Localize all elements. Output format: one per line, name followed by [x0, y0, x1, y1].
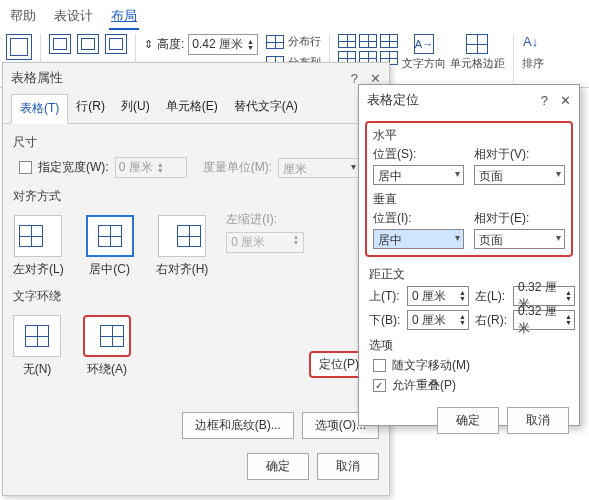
right-spinner[interactable]: 0.32 厘米▲▼ [513, 310, 575, 330]
position-s-label: 位置(S): [373, 146, 464, 163]
align-icon-1[interactable] [338, 34, 356, 48]
insert-icon-3[interactable] [105, 34, 127, 54]
tab-column[interactable]: 列(U) [113, 93, 158, 123]
ok-button[interactable]: 确定 [247, 453, 309, 480]
distribute-rows-button[interactable]: 分布行 [266, 34, 321, 49]
tab-table[interactable]: 表格(T) [11, 94, 68, 124]
dialog-tabs: 表格(T) 行(R) 列(U) 单元格(E) 替代文字(A) [3, 93, 389, 124]
ribbon-tab-help[interactable]: 帮助 [8, 4, 38, 30]
spec-width-spinner[interactable]: 0 厘米▲▼ [115, 157, 187, 178]
cell-margins-icon [466, 34, 488, 54]
insert-icon-1[interactable] [49, 34, 71, 54]
bottom-label: 下(B): [369, 312, 401, 329]
align-icon-3[interactable] [380, 34, 398, 48]
help-icon[interactable]: ? [351, 71, 358, 86]
wrap-none-option[interactable]: 无(N) [13, 315, 61, 378]
pos-ok-button[interactable]: 确定 [437, 407, 499, 434]
close-icon[interactable]: ✕ [560, 93, 571, 108]
right-label: 右(R): [475, 312, 507, 329]
tab-cell[interactable]: 单元格(E) [158, 93, 226, 123]
allow-overlap-label: 允许重叠(P) [392, 377, 456, 394]
text-direction-button[interactable]: A→ 文字方向 [402, 34, 446, 71]
help-icon[interactable]: ? [541, 93, 548, 108]
height-spinner[interactable]: 0.42 厘米 ▲▼ [188, 34, 258, 55]
align-left-option[interactable]: 左对齐(L) [13, 215, 64, 278]
left-indent-spinner: 0 厘米▲▼ [226, 232, 304, 253]
relative-e-select[interactable]: 页面 [474, 229, 565, 249]
move-with-text-checkbox[interactable] [373, 359, 386, 372]
horizontal-section-label: 水平 [373, 127, 565, 144]
align-right-option[interactable]: 右对齐(H) [156, 215, 209, 278]
left-label: 左(L): [475, 288, 507, 305]
left-indent-label: 左缩进(I): [226, 211, 304, 228]
ribbon-tabs: 帮助 表设计 布局 [0, 0, 589, 30]
sort-icon: A↓ [523, 34, 543, 54]
pos-dialog-title: 表格定位 [367, 91, 419, 109]
position-s-select[interactable]: 居中 [373, 165, 464, 185]
wrap-around-option[interactable]: 环绕(A) [83, 315, 131, 378]
position-i-select[interactable]: 居中 [373, 229, 464, 249]
ribbon-tab-table-design[interactable]: 表设计 [52, 4, 95, 30]
borders-button[interactable]: 边框和底纹(B)... [182, 412, 294, 439]
move-with-text-label: 随文字移动(M) [392, 357, 470, 374]
tab-row[interactable]: 行(R) [68, 93, 113, 123]
relative-v-select[interactable]: 页面 [474, 165, 565, 185]
grid-icon [6, 34, 32, 60]
table-positioning-dialog: 表格定位 ? ✕ 水平 位置(S): 居中 相对于(V): 页面 垂直 位置( [358, 84, 580, 426]
size-section-label: 尺寸 [13, 134, 379, 151]
vertical-section-label: 垂直 [373, 191, 565, 208]
align-icon-2[interactable] [359, 34, 377, 48]
dist-rows-icon [266, 35, 284, 49]
options-section-label: 选项 [369, 337, 569, 354]
text-direction-icon: A→ [414, 34, 434, 54]
align-section-label: 对齐方式 [13, 188, 379, 205]
relative-e-label: 相对于(E): [474, 210, 565, 227]
spec-width-label: 指定宽度(W): [38, 159, 109, 176]
measure-label: 度量单位(M): [203, 159, 272, 176]
table-properties-dialog: 表格属性 ? ✕ 表格(T) 行(R) 列(U) 单元格(E) 替代文字(A) … [2, 62, 390, 496]
top-label: 上(T): [369, 288, 401, 305]
spec-width-checkbox[interactable] [19, 161, 32, 174]
ribbon-btn-1[interactable] [6, 34, 32, 60]
pos-cancel-button[interactable]: 取消 [507, 407, 569, 434]
bottom-spinner[interactable]: 0 厘米▲▼ [407, 310, 469, 330]
dialog-title: 表格属性 [11, 69, 63, 87]
insert-icon-2[interactable] [77, 34, 99, 54]
align-center-option[interactable]: 居中(C) [86, 215, 134, 278]
height-value: 0.42 厘米 [192, 36, 243, 53]
top-spinner[interactable]: 0 厘米▲▼ [407, 286, 469, 306]
position-i-label: 位置(I): [373, 210, 464, 227]
sort-button[interactable]: A↓ 排序 [522, 34, 544, 71]
measure-select[interactable]: 厘米 [278, 158, 360, 178]
allow-overlap-checkbox[interactable] [373, 379, 386, 392]
height-label: 高度: [157, 36, 184, 53]
wrap-section-label: 文字环绕 [13, 288, 379, 305]
ribbon-tab-layout[interactable]: 布局 [109, 4, 139, 30]
cancel-button[interactable]: 取消 [317, 453, 379, 480]
cell-margins-button[interactable]: 单元格边距 [450, 34, 505, 71]
tab-alt[interactable]: 替代文字(A) [226, 93, 306, 123]
relative-v-label: 相对于(V): [474, 146, 565, 163]
